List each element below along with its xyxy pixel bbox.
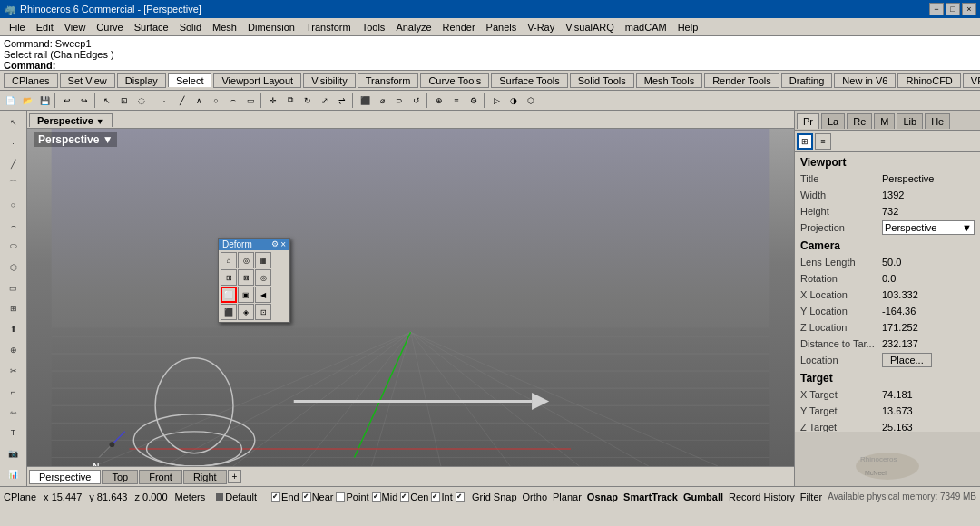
ft-icon-6[interactable]: ◎ <box>255 269 271 286</box>
window-select-icon[interactable]: ⊡ <box>116 93 132 109</box>
ft-icon-3[interactable]: ▦ <box>255 252 271 268</box>
window-controls[interactable]: − □ × <box>929 3 976 15</box>
maximize-button[interactable]: □ <box>946 3 960 15</box>
float-toolbar-gear[interactable]: ⚙ <box>271 239 279 249</box>
tab-vray-compact[interactable]: VRay Compact 02 <box>963 73 980 88</box>
ft-icon-5[interactable]: ⊠ <box>238 269 254 286</box>
line-icon[interactable]: ╱ <box>173 93 190 109</box>
rotate-icon[interactable]: ↻ <box>299 93 316 109</box>
ft-icon-7[interactable]: ⬜ <box>220 287 237 303</box>
snap-near[interactable]: ✓ Near <box>302 492 334 502</box>
tab-render-tools[interactable]: Render Tools <box>704 73 779 88</box>
menu-visualarq[interactable]: VisualARQ <box>560 20 620 34</box>
tab-select[interactable]: Select <box>168 73 212 87</box>
gumball-label[interactable]: Gumball <box>683 492 723 502</box>
menu-vray[interactable]: V-Ray <box>522 20 560 34</box>
tool-dim[interactable]: ⇿ <box>4 403 24 423</box>
layer-icon[interactable]: ≡ <box>448 93 465 109</box>
snap-cen[interactable]: ✓ Cen <box>400 492 428 502</box>
prop-projection-dropdown[interactable]: Perspective ▼ <box>882 220 975 235</box>
copy-icon[interactable]: ⧉ <box>282 93 299 109</box>
tab-setview[interactable]: Set View <box>60 73 115 88</box>
menu-edit[interactable]: Edit <box>31 20 59 34</box>
tool-curve[interactable]: ⌒ <box>4 174 24 194</box>
extrude-icon[interactable]: ⬛ <box>357 93 373 109</box>
tool-polygon[interactable]: ⬡ <box>4 258 24 278</box>
tool-arc[interactable]: ⌢ <box>4 216 24 236</box>
menu-panels[interactable]: Panels <box>481 20 523 34</box>
tool-line[interactable]: ╱ <box>4 154 24 174</box>
close-button[interactable]: × <box>962 3 976 15</box>
tool-boolean[interactable]: ⊕ <box>4 340 24 360</box>
rp-tab-layers[interactable]: La <box>821 113 845 129</box>
bottom-tab-perspective[interactable]: Perspective <box>29 470 101 484</box>
tool-extrude[interactable]: ⬆ <box>4 319 24 339</box>
tab-rhinocfd[interactable]: RhinoCFD <box>897 73 960 88</box>
tool-fillet[interactable]: ⌐ <box>4 382 24 402</box>
float-toolbar-title[interactable]: Deform ⚙ × <box>219 239 289 250</box>
menu-view[interactable]: View <box>59 20 92 34</box>
snap-end[interactable]: ✓ End <box>271 492 299 502</box>
smarttrack-label[interactable]: SmartTrack <box>623 492 678 502</box>
save-icon[interactable]: 💾 <box>36 93 53 109</box>
move-icon[interactable]: ✛ <box>265 93 281 109</box>
tab-cplanes[interactable]: CPlanes <box>4 73 58 88</box>
tool-trim[interactable]: ✂ <box>4 361 24 381</box>
select-icon[interactable]: ↖ <box>99 93 115 109</box>
float-toolbar-close[interactable]: × <box>280 239 286 249</box>
float-toolbar[interactable]: Deform ⚙ × ⌂ ◎ ▦ ⊞ ⊠ ◎ ⬜ ▣ ◀ ⬛ <box>218 238 290 323</box>
tab-curve-tools[interactable]: Curve Tools <box>420 73 489 88</box>
tab-new-in-v6[interactable]: New in V6 <box>834 73 896 88</box>
point-icon[interactable]: · <box>156 93 172 109</box>
rp-tab-libraries[interactable]: Lib <box>897 113 923 129</box>
viewport-perspective-label[interactable]: Perspective ▼ <box>34 132 117 147</box>
bottom-tab-add[interactable]: + <box>228 470 242 483</box>
revolve-icon[interactable]: ↺ <box>408 93 425 109</box>
menu-help[interactable]: Help <box>672 20 704 34</box>
undo-icon[interactable]: ↩ <box>59 93 75 109</box>
prop-camloc-btn[interactable]: Place... <box>882 353 932 367</box>
grid-snap-label[interactable]: Grid Snap <box>472 492 517 502</box>
shade-icon[interactable]: ◑ <box>505 93 522 109</box>
tab-solid-tools[interactable]: Solid Tools <box>570 73 634 88</box>
lasso-icon[interactable]: ◌ <box>133 93 150 109</box>
open-icon[interactable]: 📂 <box>19 93 35 109</box>
osnap-label[interactable]: Osnap <box>587 492 618 502</box>
ft-icon-12[interactable]: ⊡ <box>255 304 271 320</box>
filter-label[interactable]: Filter <box>800 492 822 502</box>
rp-tab-materials[interactable]: M <box>874 113 895 129</box>
ft-icon-2[interactable]: ◎ <box>238 252 254 268</box>
menu-mesh[interactable]: Mesh <box>207 20 242 34</box>
properties-icon[interactable]: ⚙ <box>466 93 482 109</box>
bottom-tab-right[interactable]: Right <box>183 470 227 484</box>
rp-list-view[interactable]: ≡ <box>815 133 831 150</box>
tool-surface[interactable]: ⊞ <box>4 298 24 318</box>
ft-icon-9[interactable]: ◀ <box>255 287 271 303</box>
tool-circle[interactable]: ○ <box>4 195 24 215</box>
wireframe-icon[interactable]: ⬡ <box>523 93 539 109</box>
tool-rect[interactable]: ▭ <box>4 278 24 298</box>
sweep1-icon[interactable]: ⌀ <box>374 93 390 109</box>
rp-tab-properties[interactable]: Pr <box>797 113 819 129</box>
snap-point[interactable]: Point <box>336 492 368 502</box>
render-preview-icon[interactable]: ▷ <box>488 93 505 109</box>
tool-text[interactable]: T <box>4 423 24 443</box>
ft-icon-8[interactable]: ▣ <box>238 287 254 303</box>
new-icon[interactable]: 📄 <box>2 93 18 109</box>
bottom-tab-top[interactable]: Top <box>102 470 138 484</box>
rp-grid-view[interactable]: ⊞ <box>797 133 813 150</box>
tab-drafting[interactable]: Drafting <box>781 73 833 88</box>
ft-icon-4[interactable]: ⊞ <box>220 269 237 286</box>
menu-render[interactable]: Render <box>437 20 481 34</box>
rp-tab-help[interactable]: He <box>925 113 950 129</box>
menu-tools[interactable]: Tools <box>357 20 391 34</box>
mirror-icon[interactable]: ⇌ <box>334 93 350 109</box>
record-history-label[interactable]: Record History <box>729 492 795 502</box>
tool-ellipse[interactable]: ⬭ <box>4 237 24 257</box>
ft-icon-1[interactable]: ⌂ <box>220 252 237 268</box>
menu-madcam[interactable]: madCAM <box>620 20 672 34</box>
bottom-tab-front[interactable]: Front <box>139 470 182 484</box>
ortho-label[interactable]: Ortho <box>523 492 548 502</box>
menu-file[interactable]: File <box>4 20 31 34</box>
ft-icon-10[interactable]: ⬛ <box>220 304 237 320</box>
